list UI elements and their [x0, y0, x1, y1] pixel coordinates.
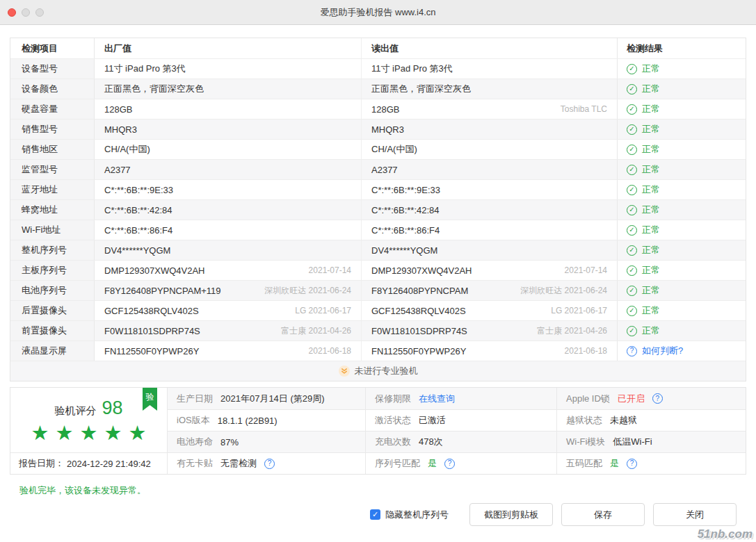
summary-label: 充电次数	[375, 436, 411, 448]
result-text: 正常	[642, 183, 660, 196]
read-value: F0W118101SDPRP74S	[371, 326, 467, 336]
factory-value: DV4******YQGM	[104, 245, 170, 256]
result-text: 正常	[642, 163, 660, 176]
row-item-label: 销售型号	[10, 120, 95, 139]
summary-label: 序列号匹配	[375, 457, 420, 470]
summary-label: 五码匹配	[566, 457, 602, 470]
factory-value: F8Y126408PYPNCPAM+119	[104, 286, 221, 296]
summary-value: 未越狱	[610, 414, 637, 427]
summary-value: 18.1.1 (22B91)	[218, 416, 278, 426]
row-item-label: 设备型号	[10, 59, 95, 79]
table-row: 蓝牙地址 C*:**:6B:**:9E:33 C*:**:6B:**:9E:33…	[10, 180, 746, 200]
check-circle-icon: ✓	[627, 265, 637, 276]
header-item: 检测项目	[10, 38, 95, 58]
read-value: DV4******YQGM	[371, 245, 437, 256]
table-row: 前置摄像头 F0W118101SDPRP74S富士康 2021-04-26 F0…	[10, 321, 746, 341]
summary-label: 电池寿命	[177, 436, 213, 448]
read-value: A2377	[371, 165, 398, 175]
result-text: 正常	[642, 143, 660, 156]
check-circle-icon: ✓	[627, 124, 637, 135]
score-panel: 验 验机评分 98 ★★★★★	[10, 388, 167, 452]
summary-cell: 电池寿命 87%	[167, 431, 365, 452]
screenshot-to-clipboard-button[interactable]: 截图到剪贴板	[469, 503, 553, 526]
factory-note: 深圳欣旺达 2021-06-24	[264, 285, 351, 297]
read-note: 2021-06-18	[565, 346, 607, 356]
help-icon[interactable]: ?	[264, 459, 275, 469]
check-circle-icon: ✓	[627, 205, 637, 215]
summary-cell: 充电次数 478次	[365, 431, 556, 452]
row-item-label: 整机序列号	[10, 240, 95, 260]
result-text: 正常	[642, 284, 660, 297]
read-value: F8Y126408PYPNCPAM	[371, 286, 468, 296]
table-row: 液晶显示屏 FN112550F0YPWP26Y2021-06-18 FN1125…	[10, 341, 746, 361]
factory-value: GCF125438RQLV402S	[104, 306, 199, 316]
factory-value: DMP129307XWQ4V2AH	[104, 265, 205, 276]
summary-cell: 五码匹配 是 ?	[556, 452, 746, 474]
report-date-value: 2024-12-29 21:49:42	[67, 459, 151, 469]
read-value: DMP129307XWQ4V2AH	[371, 265, 472, 276]
notice-row: 未进行专业验机	[10, 361, 746, 381]
read-note: 2021-07-14	[565, 265, 607, 275]
check-circle-icon: ✓	[627, 145, 637, 155]
table-row: 硬盘容量 128GB 128GBToshiba TLC ✓正常	[10, 99, 746, 120]
summary-value: 2021年07月14日 (第29周)	[220, 393, 325, 405]
check-circle-icon: ✓	[627, 185, 637, 195]
help-icon[interactable]: ?	[627, 459, 637, 469]
row-item-label: 前置摄像头	[10, 321, 95, 340]
result-text: 正常	[642, 264, 660, 277]
save-button[interactable]: 保存	[561, 503, 645, 526]
hide-serial-checkbox-group[interactable]: ✓ 隐藏整机序列号	[370, 509, 449, 521]
row-item-label: 液晶显示屏	[10, 341, 95, 361]
read-value: CH/A(中国)	[371, 143, 417, 156]
factory-value: 11寸 iPad Pro 第3代	[104, 63, 186, 75]
check-circle-icon: ✓	[627, 326, 637, 336]
read-note: 富士康 2021-04-26	[537, 325, 607, 337]
summary-value: 低温Wi-Fi	[613, 436, 652, 448]
summary-value: 478次	[419, 436, 443, 448]
read-value: GCF125438RQLV402S	[371, 306, 466, 316]
hide-serial-checkbox[interactable]: ✓	[370, 509, 380, 520]
summary-cell: Wi-Fi模块 低温Wi-Fi	[556, 431, 746, 452]
read-value: 11寸 iPad Pro 第3代	[371, 63, 453, 75]
check-circle-icon: ✓	[627, 306, 637, 316]
factory-value: FN112550F0YPWP26Y	[104, 346, 199, 356]
row-item-label: 后置摄像头	[10, 301, 95, 320]
row-item-label: 监管型号	[10, 160, 95, 179]
read-value: C*:**:6B:**:9E:33	[371, 185, 440, 195]
check-circle-icon: ✓	[627, 104, 637, 115]
check-circle-icon: ✓	[627, 225, 637, 236]
row-item-label: 主板序列号	[10, 261, 95, 280]
check-circle-icon: ✓	[627, 64, 637, 74]
row-item-label: 蓝牙地址	[10, 180, 95, 199]
factory-note: 2021-07-14	[309, 265, 351, 275]
summary-cell: iOS版本 18.1.1 (22B91)	[167, 409, 365, 431]
result-text: 正常	[642, 123, 660, 136]
row-item-label: 硬盘容量	[10, 99, 95, 119]
summary-cell: Apple ID锁 已开启 ?	[556, 388, 746, 409]
factory-note: 富士康 2021-04-26	[281, 325, 351, 337]
table-row: 设备型号 11寸 iPad Pro 第3代 11寸 iPad Pro 第3代 ✓…	[10, 59, 746, 79]
summary-value: 已激活	[419, 414, 446, 427]
score-label: 验机评分	[54, 404, 96, 418]
hide-serial-checkbox-label: 隐藏整机序列号	[385, 509, 449, 521]
close-button[interactable]: 关闭	[653, 503, 737, 526]
table-row: 后置摄像头 GCF125438RQLV402SLG 2021-06-17 GCF…	[10, 301, 746, 321]
header-result: 检测结果	[618, 38, 746, 58]
result-text: 正常	[642, 63, 660, 75]
summary-cell: 激活状态 已激活	[365, 409, 556, 431]
summary-value: 无需检测	[220, 457, 257, 470]
row-item-label: 电池序列号	[10, 281, 95, 300]
summary-value[interactable]: 在线查询	[419, 393, 455, 405]
question-circle-icon[interactable]: ?	[627, 346, 637, 356]
table-row: 整机序列号 DV4******YQGM DV4******YQGM ✓正常	[10, 240, 746, 261]
read-value: MHQR3	[371, 124, 404, 135]
read-note: Toshiba TLC	[561, 104, 607, 114]
help-icon[interactable]: ?	[444, 459, 455, 469]
star-rating: ★★★★★	[31, 423, 153, 443]
header-factory: 出厂值	[95, 38, 362, 58]
result-text[interactable]: 如何判断?	[642, 345, 683, 357]
help-icon[interactable]: ?	[652, 393, 663, 404]
summary-cell: 序列号匹配 是 ?	[365, 452, 556, 474]
summary-label: 越狱状态	[566, 414, 602, 427]
factory-value: CH/A(中国)	[104, 143, 150, 156]
